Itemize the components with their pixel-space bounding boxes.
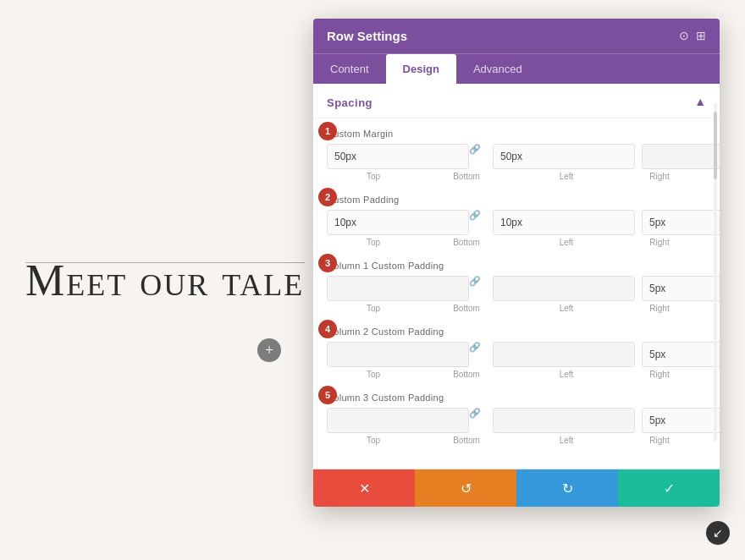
badge-1: 1 <box>318 122 337 140</box>
padding-sub-labels: Top Bottom Left Right <box>327 238 706 247</box>
panel-footer: ✕ ↺ ↻ ✓ <box>313 469 720 507</box>
col1-left-label: Left <box>520 304 613 313</box>
badge-4: 4 <box>318 320 337 338</box>
col1-left-right-pair: 🔗 <box>642 276 720 301</box>
col3-top-bottom-pair: 🔗 <box>327 408 635 433</box>
col3-sub-labels: Top Bottom Left Right <box>327 436 706 445</box>
padding-left-label: Left <box>520 238 613 247</box>
col2-sub-labels: Top Bottom Left Right <box>327 370 706 379</box>
padding-left-input[interactable] <box>642 210 720 235</box>
custom-margin-label: Custom Margin <box>327 129 706 139</box>
add-row-button[interactable]: + <box>257 338 281 362</box>
col2-left-right-pair: 🔗 <box>642 342 720 367</box>
col2-bottom-label: Bottom <box>420 370 513 379</box>
col3-padding-row: 🔗 🔗 <box>327 408 706 433</box>
col1-left-input[interactable] <box>642 276 720 301</box>
margin-right-label: Right <box>613 172 706 181</box>
cancel-button[interactable]: ✕ <box>313 469 415 507</box>
col3-bottom-label: Bottom <box>420 436 513 445</box>
col3-padding-group: 5 Column 3 Custom Padding 🔗 🔗 <box>327 393 706 445</box>
margin-sub-labels: Top Bottom Left Right <box>327 172 706 181</box>
col1-right-label: Right <box>613 304 706 313</box>
col2-right-label: Right <box>613 370 706 379</box>
tab-advanced[interactable]: Advanced <box>456 54 539 84</box>
col3-right-label: Right <box>613 436 706 445</box>
col1-bottom-input[interactable] <box>493 276 635 301</box>
custom-padding-label: Custom Padding <box>327 195 706 205</box>
margin-left-input[interactable] <box>642 144 720 169</box>
col2-bottom-input[interactable] <box>493 342 635 367</box>
panel-body: Spacing ▲ 1 Custom Margin 🔗 🔗 <box>313 84 720 469</box>
padding-bottom-label: Bottom <box>420 238 513 247</box>
decorative-line <box>25 262 305 263</box>
col2-padding-group: 4 Column 2 Custom Padding 🔗 🔗 <box>327 327 706 379</box>
margin-top-bottom-pair: 🔗 <box>327 144 635 169</box>
col3-link-icon[interactable]: 🔗 <box>469 408 493 433</box>
tab-design[interactable]: Design <box>386 54 456 84</box>
col3-top-input[interactable] <box>327 408 469 433</box>
spacing-content: 1 Custom Margin 🔗 🔗 <box>313 118 720 469</box>
col2-padding-label: Column 2 Custom Padding <box>327 327 706 337</box>
custom-padding-row: 🔗 🔗 <box>327 210 706 235</box>
col3-bottom-input[interactable] <box>493 408 635 433</box>
row-settings-panel: Row Settings ⊙ ⊞ Content Design Advanced… <box>313 19 720 507</box>
scrollbar-track <box>714 103 717 442</box>
padding-link-icon[interactable]: 🔗 <box>469 210 493 235</box>
spacing-toggle[interactable]: ▲ <box>694 96 706 109</box>
custom-margin-row: 🔗 🔗 <box>327 144 706 169</box>
tabs-bar: Content Design Advanced <box>313 53 720 84</box>
col1-padding-label: Column 1 Custom Padding <box>327 261 706 271</box>
col2-left-input[interactable] <box>642 342 720 367</box>
col1-top-input[interactable] <box>327 276 469 301</box>
padding-bottom-input[interactable] <box>493 210 635 235</box>
col2-top-input[interactable] <box>327 342 469 367</box>
panel-title: Row Settings <box>327 29 407 43</box>
margin-left-right-pair: 🔗 <box>642 144 720 169</box>
help-icon[interactable]: ↙ <box>706 521 730 545</box>
badge-5: 5 <box>318 386 337 404</box>
margin-bottom-input[interactable] <box>493 144 635 169</box>
margin-bottom-label: Bottom <box>420 172 513 181</box>
margin-link-icon[interactable]: 🔗 <box>469 144 493 169</box>
panel-header: Row Settings ⊙ ⊞ <box>313 19 720 53</box>
padding-top-bottom-pair: 🔗 <box>327 210 635 235</box>
col1-top-label: Top <box>327 304 420 313</box>
col2-padding-row: 🔗 🔗 <box>327 342 706 367</box>
col2-top-bottom-pair: 🔗 <box>327 342 635 367</box>
spacing-title: Spacing <box>327 96 372 109</box>
custom-padding-group: 2 Custom Padding 🔗 🔗 <box>327 195 706 247</box>
columns-icon[interactable]: ⊞ <box>696 29 706 43</box>
col1-sub-labels: Top Bottom Left Right <box>327 304 706 313</box>
scrollbar-thumb[interactable] <box>714 112 717 179</box>
col3-left-input[interactable] <box>642 408 720 433</box>
margin-top-input[interactable] <box>327 144 469 169</box>
margin-left-label: Left <box>520 172 613 181</box>
custom-margin-group: 1 Custom Margin 🔗 🔗 <box>327 129 706 181</box>
col3-padding-label: Column 3 Custom Padding <box>327 393 706 403</box>
col1-bottom-label: Bottom <box>420 304 513 313</box>
col2-top-label: Top <box>327 370 420 379</box>
badge-2: 2 <box>318 188 337 206</box>
settings-icon[interactable]: ⊙ <box>679 29 689 43</box>
col1-link-icon[interactable]: 🔗 <box>469 276 493 301</box>
panel-header-icons: ⊙ ⊞ <box>679 29 706 43</box>
padding-top-label: Top <box>327 238 420 247</box>
badge-3: 3 <box>318 254 337 272</box>
col1-padding-group: 3 Column 1 Custom Padding 🔗 🔗 <box>327 261 706 313</box>
col1-top-bottom-pair: 🔗 <box>327 276 635 301</box>
padding-right-label: Right <box>613 238 706 247</box>
col1-padding-row: 🔗 🔗 <box>327 276 706 301</box>
col2-left-label: Left <box>520 370 613 379</box>
redo-button[interactable]: ↻ <box>516 469 618 507</box>
padding-top-input[interactable] <box>327 210 469 235</box>
reset-button[interactable]: ↺ <box>415 469 516 507</box>
col3-left-label: Left <box>520 436 613 445</box>
tab-content[interactable]: Content <box>313 54 386 84</box>
col2-link-icon[interactable]: 🔗 <box>469 342 493 367</box>
margin-top-label: Top <box>327 172 420 181</box>
save-button[interactable]: ✓ <box>618 469 720 507</box>
spacing-section-header: Spacing ▲ <box>313 84 720 118</box>
col3-top-label: Top <box>327 436 420 445</box>
padding-left-right-pair: 🔗 <box>642 210 720 235</box>
col3-left-right-pair: 🔗 <box>642 408 720 433</box>
